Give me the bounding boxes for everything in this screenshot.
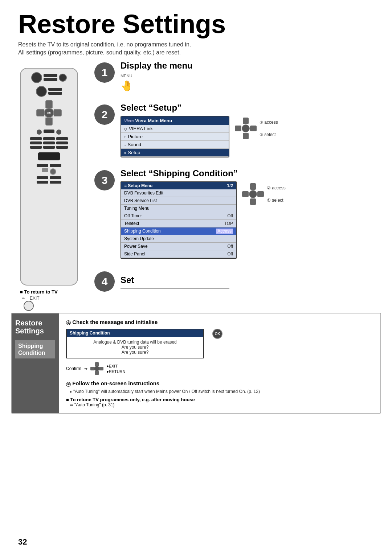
remote-btn-bot-2[interactable] bbox=[50, 164, 61, 167]
step-2: 2 Select “Setup” Viera Viera Main Menu V… bbox=[94, 103, 381, 157]
dpad-ok-btn[interactable]: OK bbox=[44, 108, 54, 118]
dpad-mini-left[interactable] bbox=[235, 126, 241, 131]
remote-btn-row3-3[interactable] bbox=[56, 141, 68, 144]
setup-item-dvb-fav[interactable]: DVB Favourites Edit bbox=[121, 189, 236, 197]
dpad-mini-step3[interactable] bbox=[242, 183, 264, 205]
remote-rect-3[interactable] bbox=[48, 88, 62, 91]
remote-rect-2[interactable] bbox=[44, 78, 57, 81]
setup-item-dvb-svc[interactable]: DVB Service List bbox=[121, 197, 236, 205]
menu-item-setup[interactable]: Setup bbox=[121, 149, 229, 157]
remote-circle-small[interactable] bbox=[50, 168, 56, 175]
remote-btn-row4-3[interactable] bbox=[56, 146, 68, 149]
step-4-number: 4 bbox=[94, 271, 115, 292]
remote-btn-row2-2[interactable] bbox=[43, 137, 55, 140]
remote-btn-row2-3[interactable] bbox=[56, 137, 68, 140]
conf-down[interactable] bbox=[95, 371, 99, 375]
dpad-mini-up[interactable] bbox=[243, 118, 249, 124]
setup-item-powersave[interactable]: Power Save Off bbox=[121, 243, 236, 250]
dpad-mini-down[interactable] bbox=[243, 133, 249, 139]
dpad-left[interactable] bbox=[36, 109, 44, 116]
access-select-labels-3: ② access ① select bbox=[267, 185, 286, 203]
remote-rect-1[interactable] bbox=[44, 74, 57, 77]
page-title: Restore Settings bbox=[18, 11, 374, 37]
remote-top-left-btn[interactable] bbox=[31, 72, 42, 83]
remote-oval-btn[interactable] bbox=[44, 130, 54, 133]
dpad-mini-right[interactable] bbox=[250, 126, 257, 131]
remote-btn-row2-1[interactable] bbox=[30, 137, 42, 140]
dpad-mini-center-3[interactable] bbox=[249, 190, 257, 198]
access-label-2: access bbox=[260, 120, 278, 125]
setup-item-teletext[interactable]: Teletext TOP bbox=[121, 220, 236, 227]
menu-item-sound[interactable]: Sound bbox=[121, 141, 229, 149]
dialog-line3: Are you sure? bbox=[71, 350, 199, 355]
dpad-mini-right-3[interactable] bbox=[257, 191, 264, 197]
setup-item-off-timer[interactable]: Off Timer Off bbox=[121, 212, 236, 220]
setup-menu-title: ≡ Setup Menu bbox=[124, 183, 152, 188]
dpad-right[interactable] bbox=[54, 109, 62, 116]
remote-btn-row4-2[interactable] bbox=[43, 146, 55, 149]
bottom-instructions: ① Check the message and initialise Shipp… bbox=[59, 313, 380, 413]
viera-brand: Viera bbox=[124, 119, 134, 123]
remote-dpad[interactable]: OK bbox=[36, 100, 62, 126]
remote-sm-btn-1[interactable] bbox=[37, 130, 42, 135]
remote-btn-bot-1[interactable] bbox=[37, 164, 48, 167]
main-menu-title: Viera Main Menu bbox=[135, 118, 172, 123]
conf-right[interactable] bbox=[99, 367, 103, 370]
remote-btn-bot-3[interactable] bbox=[37, 176, 48, 179]
return-bullet-label: ●RETURN bbox=[106, 369, 126, 374]
menu-item-picture[interactable]: Picture bbox=[121, 133, 229, 141]
set-line bbox=[121, 288, 229, 289]
check-heading: ① Check the message and initialise bbox=[66, 319, 373, 325]
dpad-mini-up-3[interactable] bbox=[250, 183, 256, 190]
remote-btn-bot-small[interactable] bbox=[42, 168, 48, 172]
remote-sm-btn-2[interactable] bbox=[56, 130, 61, 135]
remote-btn-bot-4[interactable] bbox=[50, 176, 61, 179]
setup-menu-header: ≡ Setup Menu 1/2 bbox=[121, 182, 236, 189]
dpad-mini-step2[interactable] bbox=[235, 118, 257, 139]
step-1-content: Display the menu MENU 🤚 bbox=[121, 61, 381, 92]
exit-text: EXIT bbox=[30, 296, 40, 301]
page-subtitle-line1: Resets the TV to its original condition,… bbox=[18, 41, 374, 49]
dpad-mini-center[interactable] bbox=[242, 124, 250, 132]
remote-top-right-btn[interactable] bbox=[59, 74, 67, 82]
menu-viera-link-label: VIERA Link bbox=[129, 126, 153, 131]
setup-item-tuning[interactable]: Tuning Menu bbox=[121, 205, 236, 212]
step-2-number: 2 bbox=[94, 104, 115, 125]
remote-mid-left-btn[interactable] bbox=[36, 86, 47, 97]
dpad-mini-left-3[interactable] bbox=[242, 191, 249, 197]
remote-btn-bot-6[interactable] bbox=[50, 181, 61, 184]
setup-icon bbox=[124, 150, 126, 155]
remote-rect-4[interactable] bbox=[48, 92, 62, 95]
dpad-down[interactable] bbox=[45, 118, 53, 126]
menu-item-viera-link[interactable]: VIERA Link bbox=[121, 125, 229, 133]
setup-item-sysupdate[interactable]: System Update bbox=[121, 235, 236, 243]
conf-center[interactable] bbox=[94, 366, 99, 371]
remote-btn-row4-1[interactable] bbox=[30, 146, 42, 149]
setup-item-shipping[interactable]: Shipping Condition Access bbox=[121, 227, 236, 235]
check-number-circle: ① bbox=[66, 320, 71, 325]
sound-icon bbox=[124, 142, 126, 147]
arrow-right-icon: ⇒ bbox=[22, 296, 25, 300]
remote-wide-btn-1[interactable] bbox=[38, 152, 60, 160]
step-3-number: 3 bbox=[94, 170, 115, 190]
remote-btn-row3-2[interactable] bbox=[43, 141, 55, 144]
confirm-dpad[interactable] bbox=[90, 362, 103, 375]
dpad-up[interactable] bbox=[45, 100, 53, 108]
sidebar-shipping-label: ShippingCondition bbox=[15, 340, 55, 358]
exit-circle-btn[interactable] bbox=[24, 301, 34, 311]
remote-btn-row3-1[interactable] bbox=[30, 141, 42, 144]
page-header: Restore Settings Resets the TV to its or… bbox=[0, 0, 392, 61]
main-menu-screen: Viera Viera Main Menu VIERA Link Picture bbox=[121, 116, 229, 157]
remote-btn-bot-5[interactable] bbox=[37, 181, 48, 184]
exit-bullet-label: ●EXIT bbox=[106, 364, 126, 368]
dpad-mini-down-3[interactable] bbox=[250, 198, 256, 205]
setup-menu-screen: ≡ Setup Menu 1/2 DVB Favourites Edit DVB… bbox=[121, 181, 237, 259]
confirm-row: Confirm ⇒ ●EXIT ●RETURN bbox=[66, 362, 204, 375]
exit-return-labels: ●EXIT ●RETURN bbox=[106, 364, 126, 374]
menu-sound-label: Sound bbox=[128, 142, 142, 147]
ok-button-inline[interactable]: OK bbox=[212, 329, 222, 339]
menu-setup-label: Setup bbox=[128, 150, 140, 155]
dialog-header: Shipping Condition bbox=[67, 329, 203, 337]
setup-item-sidepanel[interactable]: Side Panel Off bbox=[121, 250, 236, 258]
step-3-menu-area: ≡ Setup Menu 1/2 DVB Favourites Edit DVB… bbox=[121, 181, 381, 259]
